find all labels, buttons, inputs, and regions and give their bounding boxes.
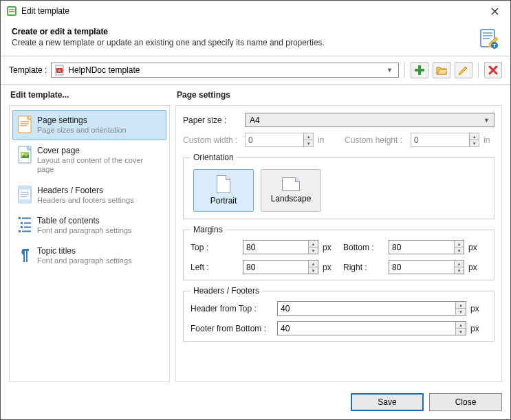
headers-footers-legend: Headers / Footers bbox=[191, 286, 262, 296]
rename-template-button[interactable] bbox=[455, 62, 472, 78]
paper-size-value: A4 bbox=[250, 115, 260, 125]
margin-right-field[interactable] bbox=[389, 261, 454, 274]
spinner-arrows[interactable]: ▲▼ bbox=[454, 261, 464, 274]
main-title: Page settings bbox=[177, 90, 502, 100]
custom-width-label: Custom width : bbox=[183, 135, 241, 145]
svg-text:A: A bbox=[58, 69, 62, 73]
spinner-arrows[interactable]: ▲▼ bbox=[455, 322, 466, 335]
custom-width-unit: in bbox=[318, 135, 329, 145]
custom-size-row: Custom width : ▲▼ in Custom height : ▲▼ … bbox=[183, 133, 494, 147]
margin-bottom-field[interactable] bbox=[389, 241, 454, 254]
header-from-top-input[interactable]: ▲▼ bbox=[277, 301, 466, 316]
footer-from-bottom-field[interactable] bbox=[278, 322, 455, 335]
header-from-top-field[interactable] bbox=[278, 302, 455, 315]
margin-right-label: Right : bbox=[343, 263, 384, 272]
sidebar-item-page-settings[interactable]: Page settings Page sizes and orientation bbox=[12, 110, 166, 140]
sidebar-item-title: Page settings bbox=[37, 115, 127, 125]
dialog-edit-template: Edit template Create or edit a template … bbox=[0, 0, 511, 420]
svg-rect-29 bbox=[22, 217, 31, 219]
sidebar-item-headers-footers[interactable]: Headers / Footers Headers and footers se… bbox=[12, 180, 166, 210]
paper-size-select[interactable]: A4 ▼ bbox=[245, 113, 494, 127]
delete-template-button[interactable] bbox=[484, 62, 502, 78]
header-from-top-unit: px bbox=[470, 304, 481, 313]
margins-fieldset: Margins Top : ▲▼ px Bottom : ▲▼ bbox=[183, 225, 494, 280]
margin-bottom-input[interactable]: ▲▼ bbox=[389, 240, 464, 254]
margin-left-field[interactable] bbox=[243, 261, 308, 274]
dialog-footer: Save Close bbox=[1, 386, 510, 419]
sidebar-item-title: Table of contents bbox=[37, 216, 132, 225]
footer-from-bottom-unit: px bbox=[470, 324, 481, 333]
margin-left-unit: px bbox=[323, 263, 334, 272]
svg-rect-28 bbox=[19, 217, 21, 219]
svg-point-21 bbox=[22, 153, 24, 155]
cover-page-icon bbox=[18, 146, 32, 162]
margin-top-input[interactable]: ▲▼ bbox=[243, 240, 318, 254]
svg-rect-17 bbox=[21, 123, 29, 124]
custom-width-input: ▲▼ bbox=[245, 133, 314, 147]
margins-legend: Margins bbox=[191, 225, 226, 234]
open-template-button[interactable] bbox=[433, 62, 450, 78]
orientation-portrait-button[interactable]: Portrait bbox=[193, 169, 254, 212]
spinner-arrows[interactable]: ▲▼ bbox=[455, 302, 466, 315]
custom-height-input: ▲▼ bbox=[411, 133, 479, 147]
separator bbox=[478, 63, 479, 78]
window-title: Edit template bbox=[21, 6, 479, 16]
footer-from-bottom-input[interactable]: ▲▼ bbox=[277, 321, 466, 335]
header-heading: Create or edit a template bbox=[12, 27, 477, 36]
spinner-arrows: ▲▼ bbox=[469, 133, 479, 146]
sidebar-item-table-of-contents[interactable]: Table of contents Font and paragraph set… bbox=[12, 210, 166, 241]
pilcrow-icon bbox=[18, 246, 32, 263]
orientation-landscape-button[interactable]: Landscape bbox=[261, 169, 321, 212]
svg-rect-18 bbox=[21, 125, 27, 126]
svg-rect-2 bbox=[9, 9, 14, 10]
orientation-legend: Orientation bbox=[191, 153, 237, 162]
custom-height-unit: in bbox=[483, 135, 494, 145]
margin-right-input[interactable]: ▲▼ bbox=[389, 260, 464, 274]
template-edit-icon: T bbox=[477, 27, 499, 49]
margin-top-field[interactable] bbox=[243, 241, 308, 254]
svg-rect-6 bbox=[483, 35, 492, 36]
header-from-top-label: Header from Top : bbox=[191, 304, 273, 313]
portrait-page-icon bbox=[217, 175, 230, 193]
template-label: Template : bbox=[9, 65, 47, 75]
custom-height-label: Custom height : bbox=[345, 135, 406, 145]
spinner-arrows[interactable]: ▲▼ bbox=[308, 261, 318, 274]
template-selector-row: Template : A HelpNDoc template ▼ bbox=[1, 56, 510, 84]
sidebar-item-cover-page[interactable]: Cover page Layout and content of the cov… bbox=[12, 140, 166, 179]
margin-top-unit: px bbox=[323, 243, 334, 252]
svg-rect-32 bbox=[21, 226, 23, 228]
svg-rect-25 bbox=[21, 192, 29, 193]
close-button[interactable]: Close bbox=[429, 393, 502, 411]
spinner-arrows[interactable]: ▲▼ bbox=[308, 241, 318, 254]
window-close-button[interactable] bbox=[479, 1, 510, 21]
save-button[interactable]: Save bbox=[351, 393, 424, 411]
chevron-down-icon: ▼ bbox=[483, 117, 490, 124]
header-description: Create a new template or update an exist… bbox=[12, 38, 477, 47]
save-button-label: Save bbox=[378, 397, 396, 407]
sidebar-item-subtitle: Layout and content of the cover page bbox=[37, 156, 161, 174]
svg-rect-26 bbox=[21, 194, 29, 195]
sidebar-item-topic-titles[interactable]: Topic titles Font and paragraph settings bbox=[12, 241, 166, 271]
landscape-page-icon bbox=[282, 177, 300, 191]
spinner-arrows[interactable]: ▲▼ bbox=[454, 241, 464, 254]
margin-bottom-unit: px bbox=[468, 243, 479, 252]
new-template-button[interactable] bbox=[411, 62, 428, 78]
svg-rect-33 bbox=[24, 226, 31, 228]
svg-rect-5 bbox=[483, 32, 492, 34]
margin-right-unit: px bbox=[468, 263, 479, 272]
svg-rect-35 bbox=[22, 230, 31, 232]
sidebar-item-title: Headers / Footers bbox=[37, 186, 134, 195]
svg-text:T: T bbox=[493, 43, 497, 49]
orientation-portrait-label: Portrait bbox=[210, 196, 237, 206]
sidebar-item-subtitle: Font and paragraph settings bbox=[37, 226, 132, 235]
custom-width-field bbox=[246, 133, 303, 146]
sidebar-title: Edit template... bbox=[10, 90, 170, 100]
footer-from-bottom-label: Footer from Bottom : bbox=[191, 324, 273, 333]
margin-left-label: Left : bbox=[191, 263, 239, 272]
spinner-arrows: ▲▼ bbox=[303, 133, 313, 146]
svg-rect-16 bbox=[21, 121, 29, 122]
svg-rect-7 bbox=[483, 38, 490, 39]
sidebar: Edit template... Page settings Page size… bbox=[9, 89, 170, 382]
template-combobox[interactable]: A HelpNDoc template ▼ bbox=[51, 63, 399, 78]
margin-left-input[interactable]: ▲▼ bbox=[243, 260, 318, 274]
